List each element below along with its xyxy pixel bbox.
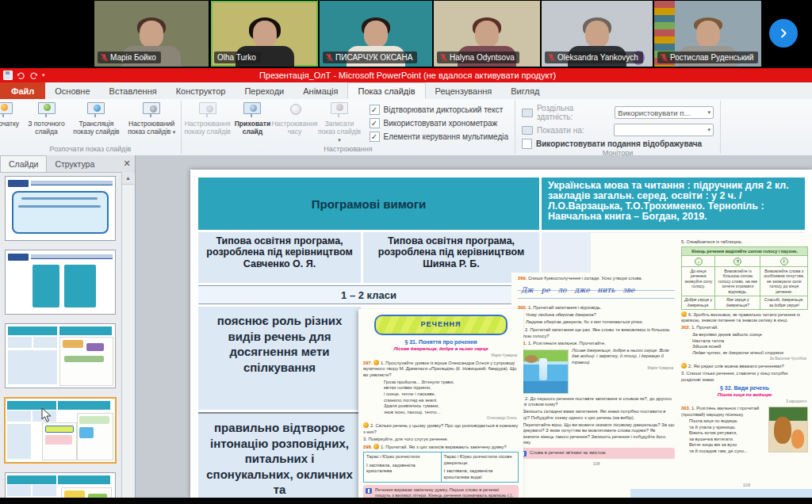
exercise-icon bbox=[373, 444, 379, 449]
participant-tile[interactable]: Ростислав Руденський bbox=[654, 1, 761, 67]
resolution-label: Роздільна здатність: bbox=[537, 104, 611, 121]
broadcast-globe-icon bbox=[86, 101, 106, 119]
checkbox-unchecked-icon bbox=[522, 139, 532, 149]
page-number-108: 108 bbox=[518, 461, 675, 467]
slide-thumbnail-4-selected[interactable] bbox=[4, 397, 117, 464]
scroll-up-icon[interactable] bbox=[122, 172, 134, 185]
slide-thumbnail-2[interactable] bbox=[5, 250, 116, 315]
save-icon[interactable] bbox=[3, 71, 13, 80]
tab-slides[interactable]: Слайди bbox=[0, 155, 47, 172]
show-on-label: Показати на: bbox=[537, 126, 584, 135]
custom-slideshow-button[interactable]: Настроюваний показ слайдів ▾ bbox=[122, 99, 181, 136]
tab-slideshow[interactable]: Показ слайдів bbox=[347, 82, 425, 99]
ribbon-group-setup: Настроювання показу слайдів Приховати сл… bbox=[182, 99, 515, 155]
chevron-right-icon bbox=[777, 27, 790, 40]
participant-name: Oleksandra Yankovych bbox=[557, 53, 638, 62]
participant-name: Olha Turko bbox=[217, 53, 256, 62]
tab-view[interactable]: Вигляд bbox=[501, 82, 549, 99]
from-beginning-button[interactable]: З початку bbox=[0, 99, 22, 128]
book-icon bbox=[366, 488, 372, 494]
section-31-heading: § 31. Поняття про речення bbox=[363, 338, 519, 346]
cell-program-savchenko: Типова освітня програма, розроблена під … bbox=[198, 232, 361, 283]
panel-tab-bar: Слайди Структура bbox=[0, 155, 135, 173]
cat-illustration bbox=[768, 407, 808, 452]
participant-name-tag: Oleksandra Yankovych bbox=[545, 52, 643, 63]
dropdown-arrow-icon: ▾ bbox=[338, 137, 341, 143]
resolution-icon bbox=[522, 109, 533, 117]
broadcast-slideshow-button[interactable]: Трансляція показу слайдів bbox=[71, 99, 123, 136]
qat-dropdown-icon[interactable]: ▾ bbox=[42, 72, 45, 78]
tab-design[interactable]: Конструктор bbox=[167, 82, 236, 99]
show-on-dropdown[interactable]: ▾ bbox=[614, 124, 714, 136]
next-participants-button[interactable] bbox=[769, 19, 798, 48]
redo-icon[interactable] bbox=[29, 72, 38, 79]
tab-transitions[interactable]: Переходи bbox=[235, 82, 293, 99]
ribbon-group-monitors: Роздільна здатність: Використовувати п..… bbox=[515, 99, 720, 155]
muted-mic-icon bbox=[548, 53, 555, 62]
exercise-icon bbox=[681, 311, 687, 317]
setup-slideshow-icon bbox=[197, 101, 218, 119]
record-slideshow-button[interactable]: Записати показ слайдів ▾ bbox=[317, 99, 361, 143]
exercise-icon bbox=[681, 363, 687, 368]
slide-canvas[interactable]: Програмові вимоги Українська мова та чит… bbox=[190, 170, 812, 498]
tab-home[interactable]: Основне bbox=[45, 82, 99, 99]
checkbox-media-controls[interactable]: Елементи керування мультимедіа bbox=[370, 132, 509, 142]
comparison-table: Тарас і Юрко розчистилиІ заспівала, задз… bbox=[363, 452, 519, 483]
slide-header-program-requirements: Програмові вимоги bbox=[198, 178, 539, 230]
textbook-page-108-column: 299. Спиши буквосполучення і склади. Усн… bbox=[518, 274, 675, 467]
workspace: Слайди Структура bbox=[0, 155, 812, 498]
participant-name-tag: ПИСАРЧУК ОКСАНА bbox=[323, 52, 417, 63]
checkbox-checked-icon bbox=[370, 118, 380, 128]
participant-name: Halyna Odyntsova bbox=[450, 53, 515, 62]
tab-animations[interactable]: Анімація bbox=[293, 82, 347, 99]
hide-slide-button[interactable]: Приховати слайд bbox=[233, 99, 271, 136]
dropdown-arrow-icon: ▾ bbox=[707, 127, 710, 133]
bottom-black-bar bbox=[0, 498, 812, 504]
setup-slideshow-button[interactable]: Настроювання показу слайдів bbox=[182, 99, 233, 136]
ribbon-group-start-slideshow: З початку З поточного слайда Трансляція … bbox=[0, 99, 181, 155]
exercise-icon bbox=[363, 422, 369, 428]
page-number-109: 109 bbox=[743, 483, 750, 488]
tab-review[interactable]: Рецензування bbox=[426, 82, 502, 99]
clock-icon bbox=[284, 101, 304, 119]
slide-header-textbook-reference: Українська мова та читання : підручник д… bbox=[542, 178, 805, 230]
cell-requirement-1: пояснює роль різних видів речень для дос… bbox=[198, 307, 361, 410]
participant-tile[interactable]: Марія Бойко bbox=[94, 1, 209, 67]
page-footer-band bbox=[630, 489, 812, 498]
cell-grades: 1 – 2 класи bbox=[198, 285, 539, 304]
dropdown-arrow-icon: ▾ bbox=[173, 129, 176, 135]
rehearse-timings-button[interactable]: Настроювання часу bbox=[271, 99, 317, 136]
slide-thumbnail-1[interactable] bbox=[5, 176, 116, 241]
panel-scrollbar[interactable] bbox=[121, 172, 134, 498]
slide-thumbnails bbox=[0, 172, 121, 498]
custom-slideshow-icon bbox=[141, 101, 162, 119]
participant-name: Марія Бойко bbox=[110, 53, 156, 62]
handwriting-practice-line: Дж ре ло дже нить зве bbox=[518, 283, 675, 304]
tab-outline[interactable]: Структура bbox=[47, 155, 102, 172]
participant-name-tag: Марія Бойко bbox=[98, 52, 161, 63]
checkbox-use-timings[interactable]: Використовувати хронометраж bbox=[370, 118, 509, 128]
participant-tile[interactable]: Oleksandra Yankovych bbox=[542, 1, 653, 67]
checkbox-play-narrations[interactable]: Відтворювати дикторський текст bbox=[370, 105, 509, 115]
participant-name-tag: Halyna Odyntsova bbox=[437, 52, 519, 63]
close-icon[interactable] bbox=[119, 155, 135, 172]
slideshow-play-icon bbox=[0, 101, 14, 119]
textbook-page-109-column: 5. Ознайомтеся із таблицею. Кінець речен… bbox=[681, 238, 808, 456]
undo-icon[interactable] bbox=[17, 72, 25, 79]
muted-mic-icon bbox=[661, 53, 668, 62]
screen: Марія Бойко Olha Turko ПИСАРЧУК ОКСАНА H… bbox=[0, 0, 812, 504]
group-label: Настроювання bbox=[182, 145, 515, 155]
tab-file[interactable]: Файл bbox=[0, 82, 45, 99]
slide-thumbnail-3[interactable] bbox=[5, 323, 116, 388]
muted-mic-icon bbox=[440, 53, 447, 62]
checkbox-presenter-view[interactable]: Використовувати подання відображувача bbox=[522, 139, 714, 149]
section-32-heading: § 32. Види речень bbox=[681, 384, 808, 391]
tab-insert[interactable]: Вставлення bbox=[100, 82, 167, 99]
participant-tile-active-speaker[interactable]: Olha Turko bbox=[211, 1, 318, 67]
participant-tile[interactable]: ПИСАРЧУК ОКСАНА bbox=[320, 1, 432, 67]
participant-tile[interactable]: Halyna Odyntsova bbox=[434, 1, 540, 67]
checkbox-checked-icon bbox=[370, 105, 380, 115]
from-current-slide-button[interactable]: З поточного слайда bbox=[22, 99, 70, 136]
slide-thumbnail-5[interactable] bbox=[5, 472, 116, 498]
resolution-dropdown[interactable]: Використовувати п...▾ bbox=[615, 106, 714, 119]
